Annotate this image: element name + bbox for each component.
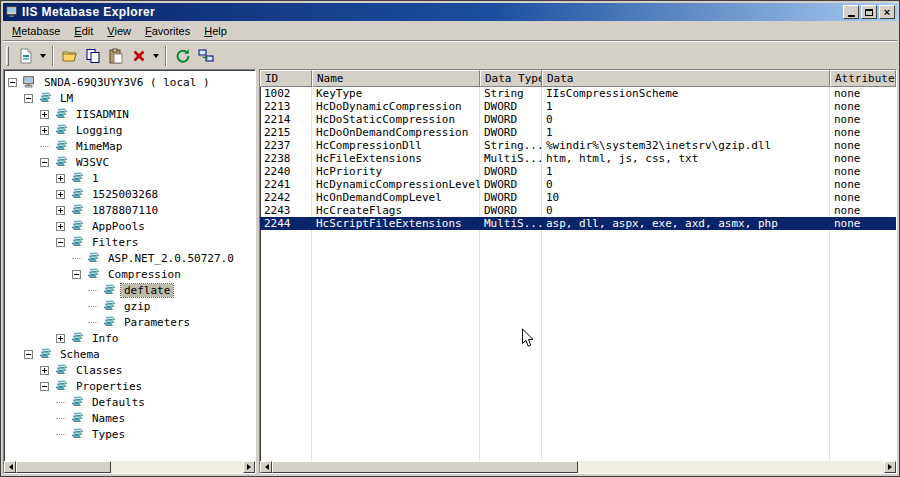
tree-item[interactable]: 1: [4, 170, 255, 186]
collapse-toggle[interactable]: [8, 78, 17, 87]
expand-toggle[interactable]: [40, 366, 49, 375]
tree-item[interactable]: Properties: [4, 378, 255, 394]
tree-item-label[interactable]: 1878807110: [89, 204, 161, 217]
tree-item-label[interactable]: IISADMIN: [73, 108, 132, 121]
scrollbar-track[interactable]: [272, 461, 884, 473]
tree-item[interactable]: 1878807110: [4, 202, 255, 218]
table-row[interactable]: 2237HcCompressionDllString...%windir%\sy…: [260, 139, 896, 152]
column-header-data-type[interactable]: Data Type: [480, 70, 542, 87]
tree-item-label[interactable]: Filters: [89, 236, 141, 249]
delete-button[interactable]: [127, 45, 150, 67]
connect-button[interactable]: [194, 45, 217, 67]
tree-item[interactable]: Logging: [4, 122, 255, 138]
maximize-button[interactable]: [861, 5, 877, 19]
tree-item[interactable]: deflate: [4, 282, 255, 298]
scroll-right-button[interactable]: [243, 461, 255, 473]
tree-item-label[interactable]: Defaults: [89, 396, 148, 409]
menu-item-metabase[interactable]: Metabase: [5, 23, 67, 39]
tree-item-label[interactable]: Types: [89, 428, 128, 441]
expand-toggle[interactable]: [40, 110, 49, 119]
menu-item-view[interactable]: View: [100, 23, 138, 39]
tree-item-label[interactable]: W3SVC: [73, 156, 112, 169]
table-row[interactable]: 2242HcOnDemandCompLevelDWORD10none: [260, 191, 896, 204]
tree-item[interactable]: gzip: [4, 298, 255, 314]
table-row[interactable]: 2214HcDoStaticCompressionDWORD0none: [260, 113, 896, 126]
tree-item-label[interactable]: Names: [89, 412, 128, 425]
tree-item-label[interactable]: 1525003268: [89, 188, 161, 201]
tree-item-label[interactable]: LM: [57, 92, 76, 105]
tree-item[interactable]: 1525003268: [4, 186, 255, 202]
tree-item-label[interactable]: deflate: [121, 284, 173, 297]
tree-item[interactable]: Types: [4, 426, 255, 442]
tree-item-label[interactable]: Classes: [73, 364, 125, 377]
open-button[interactable]: [58, 45, 81, 67]
tree-item[interactable]: IISADMIN: [4, 106, 255, 122]
scrollbar-track[interactable]: [16, 461, 243, 473]
paste-button[interactable]: [104, 45, 127, 67]
expand-toggle[interactable]: [40, 126, 49, 135]
tree-item[interactable]: Names: [4, 410, 255, 426]
tree-item-label[interactable]: Info: [89, 332, 122, 345]
table-row[interactable]: 2241HcDynamicCompressionLevelDWORD0none: [260, 178, 896, 191]
table-row[interactable]: 2244HcScriptFileExtensionsMultiS...asp, …: [260, 217, 896, 230]
tree-item-label[interactable]: AppPools: [89, 220, 148, 233]
column-header-id[interactable]: ID: [260, 70, 312, 87]
tree-item-label[interactable]: ASP.NET_2.0.50727.0: [105, 252, 237, 265]
menu-item-favorites[interactable]: Favorites: [138, 23, 197, 39]
tree-item[interactable]: MimeMap: [4, 138, 255, 154]
minimize-button[interactable]: [843, 5, 859, 19]
table-row[interactable]: 2238HcFileExtensionsMultiS...htm, html, …: [260, 152, 896, 165]
tree-item[interactable]: Classes: [4, 362, 255, 378]
expand-toggle[interactable]: [56, 334, 65, 343]
expand-toggle[interactable]: [56, 222, 65, 231]
tree-item[interactable]: Filters: [4, 234, 255, 250]
column-header-data[interactable]: Data: [542, 70, 830, 87]
table-row[interactable]: 2213HcDoDynamicCompressionDWORD1none: [260, 100, 896, 113]
title-bar[interactable]: IIS Metabase Explorer ×: [3, 3, 897, 21]
scrollbar-thumb[interactable]: [16, 461, 111, 473]
tree-item[interactable]: Schema: [4, 346, 255, 362]
collapse-toggle[interactable]: [40, 382, 49, 391]
tree-horizontal-scrollbar[interactable]: [4, 461, 255, 473]
menu-item-edit[interactable]: Edit: [67, 23, 100, 39]
collapse-toggle[interactable]: [24, 94, 33, 103]
close-button[interactable]: ×: [879, 5, 895, 19]
collapse-toggle[interactable]: [72, 270, 81, 279]
table-row[interactable]: 2240HcPriorityDWORD1none: [260, 165, 896, 178]
collapse-toggle[interactable]: [24, 350, 33, 359]
table-row[interactable]: 2243HcCreateFlagsDWORD0none: [260, 204, 896, 217]
table-row[interactable]: 2215HcDoOnDemandCompressionDWORD1none: [260, 126, 896, 139]
tree-item-label[interactable]: gzip: [121, 300, 154, 313]
delete-button-dropdown[interactable]: [150, 45, 161, 67]
copy-button[interactable]: [81, 45, 104, 67]
collapse-toggle[interactable]: [56, 238, 65, 247]
table-horizontal-scrollbar[interactable]: [260, 461, 896, 473]
tree-item[interactable]: Defaults: [4, 394, 255, 410]
scroll-right-button[interactable]: [884, 461, 896, 473]
records-list[interactable]: 1002KeyTypeStringIIsCompressionSchemenon…: [260, 87, 896, 461]
tree-item[interactable]: Parameters: [4, 314, 255, 330]
table-row[interactable]: 1002KeyTypeStringIIsCompressionSchemenon…: [260, 87, 896, 100]
metabase-tree[interactable]: SNDA-69Q3UYY3V6 ( local )LMIISADMINLoggi…: [4, 70, 255, 461]
tree-item-label[interactable]: SNDA-69Q3UYY3V6 ( local ): [41, 76, 213, 89]
menu-item-help[interactable]: Help: [197, 23, 234, 39]
toolbar-grip[interactable]: [6, 46, 9, 66]
scroll-left-button[interactable]: [4, 461, 16, 473]
expand-toggle[interactable]: [56, 174, 65, 183]
expand-toggle[interactable]: [56, 206, 65, 215]
tree-item[interactable]: W3SVC: [4, 154, 255, 170]
scroll-left-button[interactable]: [260, 461, 272, 473]
column-header-attributes[interactable]: Attributes: [830, 70, 896, 87]
tree-item[interactable]: ASP.NET_2.0.50727.0: [4, 250, 255, 266]
tree-item-label[interactable]: MimeMap: [73, 140, 125, 153]
new-record-button-dropdown[interactable]: [37, 45, 48, 67]
refresh-button[interactable]: [171, 45, 194, 67]
expand-toggle[interactable]: [56, 190, 65, 199]
tree-item[interactable]: AppPools: [4, 218, 255, 234]
tree-item[interactable]: Compression: [4, 266, 255, 282]
tree-item[interactable]: LM: [4, 90, 255, 106]
tree-item-label[interactable]: Logging: [73, 124, 125, 137]
column-header-name[interactable]: Name: [312, 70, 480, 87]
tree-item-label[interactable]: Schema: [57, 348, 103, 361]
tree-item-label[interactable]: 1: [89, 172, 102, 185]
